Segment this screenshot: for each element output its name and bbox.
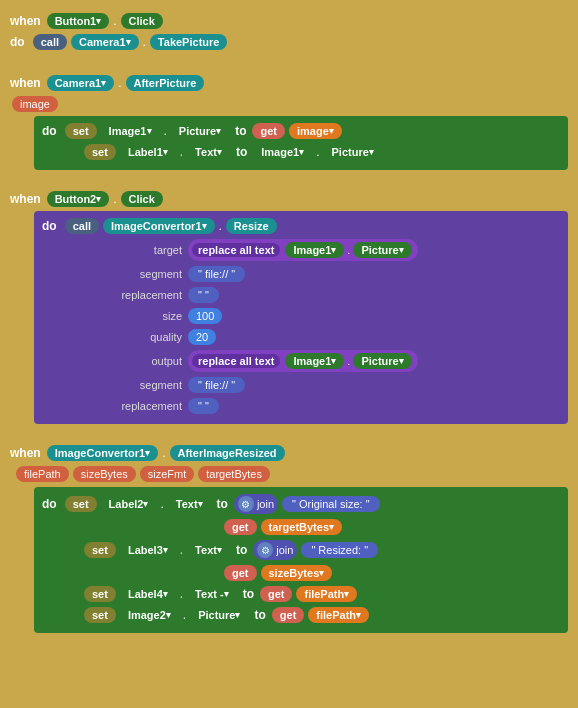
segment-label-2: segment [102, 379, 182, 391]
block3-call-row: do call ImageConvertor1 . Resize [42, 217, 560, 235]
sizebytes-param: sizeBytes [73, 466, 136, 482]
resize-pill[interactable]: Resize [226, 218, 277, 234]
block1-do-row: do call Camera1 . TakePicture [10, 33, 568, 51]
camera1-pill-1[interactable]: Camera1 [71, 34, 138, 50]
call-pill-1: call [33, 34, 67, 50]
gear-icon-1[interactable]: ⚙ [238, 496, 254, 512]
call-pill-3: call [65, 218, 99, 234]
label1-pill[interactable]: Label1 [120, 144, 176, 160]
label2-pill[interactable]: Label2 [101, 496, 157, 512]
block2-do-block: do set Image1 . Picture to get image set… [34, 116, 568, 170]
to-keyword-2a: to [235, 124, 246, 138]
take-picture-pill[interactable]: TakePicture [150, 34, 228, 50]
click-pill-3[interactable]: Click [121, 191, 163, 207]
imageconv-pill-3[interactable]: ImageConvertor1 [103, 218, 214, 234]
block2-event-row: when Camera1 . AfterPicture [10, 74, 568, 92]
output-label: output [102, 355, 182, 367]
picture-output[interactable]: Picture [353, 353, 411, 369]
picture-target[interactable]: Picture [353, 242, 411, 258]
picture2-pill[interactable]: Picture [190, 607, 248, 623]
segment-label-1: segment [102, 268, 182, 280]
block2-set2-row: set Label1 . Text to Image1 . Picture [82, 143, 560, 161]
click-pill-1[interactable]: Click [121, 13, 163, 29]
replace-block-target: replace all text Image1 . Picture [188, 239, 418, 261]
block3-do-block: do call ImageConvertor1 . Resize target … [34, 211, 568, 424]
text1-pill[interactable]: Text [168, 496, 211, 512]
replace-all-text-2: replace all text [192, 354, 280, 368]
replace-str-2: " " [188, 398, 219, 414]
replace-str-1: " " [188, 287, 219, 303]
file-str-1: " file:// " [188, 266, 245, 282]
join2-label: join [276, 544, 293, 556]
block4-params-row: filePath sizeBytes sizeFmt targetBytes [14, 465, 568, 483]
image1b-pill[interactable]: Image1 [253, 144, 312, 160]
block4-group: when ImageConvertor1 . AfterImageResized… [6, 438, 572, 639]
image-val-pill[interactable]: image [289, 123, 342, 139]
to4-keyword: to [254, 608, 265, 622]
size-value: 100 [188, 308, 222, 324]
text-pill-2[interactable]: Text [187, 144, 230, 160]
when-keyword-1: when [10, 14, 41, 28]
set2-pill-2: set [84, 144, 116, 160]
picture-pill-2a[interactable]: Picture [171, 123, 229, 139]
when-keyword-3: when [10, 192, 41, 206]
get-pill-2a: get [252, 123, 285, 139]
label3-pill[interactable]: Label3 [120, 542, 176, 558]
text2-pill[interactable]: Text [187, 542, 230, 558]
when-keyword-4: when [10, 446, 41, 460]
quality-value: 20 [188, 329, 216, 345]
join1-block: ⚙ join [234, 494, 278, 514]
block3-target-row: target replace all text Image1 . Picture [102, 238, 560, 262]
to-keyword-2b: to [236, 145, 247, 159]
get-pill-size: get [224, 565, 257, 581]
image1-output[interactable]: Image1 [285, 353, 344, 369]
camera1-pill-2[interactable]: Camera1 [47, 75, 114, 91]
block3-replacement2-row: replacement " " [102, 397, 560, 415]
image2-pill[interactable]: Image2 [120, 607, 179, 623]
block4-set1-row: do set Label2 . Text to ⚙ join " Origina… [42, 493, 560, 515]
get-pill-fp1: get [260, 586, 293, 602]
replacement-label-1: replacement [102, 289, 182, 301]
block4-set4-row: set Image2 . Picture to get filePath [82, 606, 560, 624]
join1-label: join [257, 498, 274, 510]
filepath-param: filePath [16, 466, 69, 482]
sizebytes-val[interactable]: sizeBytes [261, 565, 333, 581]
image1-pill-2a[interactable]: Image1 [101, 123, 160, 139]
label4-pill[interactable]: Label4 [120, 586, 176, 602]
replacement-label-2: replacement [102, 400, 182, 412]
image1-target[interactable]: Image1 [285, 242, 344, 258]
do-keyword-3: do [42, 219, 57, 233]
set1-pill-2: set [65, 123, 97, 139]
block3-segment1-row: segment " file:// " [102, 265, 560, 283]
after-picture-pill[interactable]: AfterPicture [126, 75, 205, 91]
to2-keyword: to [236, 543, 247, 557]
set2-pill-4: set [84, 542, 116, 558]
pictureb-pill[interactable]: Picture [324, 144, 382, 160]
join2-block: ⚙ join [253, 540, 297, 560]
imageconv-pill-4[interactable]: ImageConvertor1 [47, 445, 158, 461]
filepath2-val[interactable]: filePath [308, 607, 369, 623]
targetbytes-param: targetBytes [198, 466, 270, 482]
after-resized-pill[interactable]: AfterImageResized [170, 445, 285, 461]
block3-replacement1-row: replacement " " [102, 286, 560, 304]
block4-do-block: do set Label2 . Text to ⚙ join " Origina… [34, 487, 568, 633]
replace-block-output: replace all text Image1 . Picture [188, 350, 418, 372]
block3-segment2-row: segment " file:// " [102, 376, 560, 394]
set1-pill-4: set [65, 496, 97, 512]
resized-str: " Resized: " [301, 542, 378, 558]
block3-event-row: when Button2 . Click [10, 190, 568, 208]
block3-output-row: output replace all text Image1 . Picture [102, 349, 560, 373]
gear-icon-2[interactable]: ⚙ [257, 542, 273, 558]
button2-pill[interactable]: Button2 [47, 191, 110, 207]
do-keyword-1: do [10, 35, 25, 49]
block2-group: when Camera1 . AfterPicture image do set… [6, 68, 572, 176]
targetbytes-val[interactable]: targetBytes [261, 519, 343, 535]
button1-pill[interactable]: Button1 [47, 13, 110, 29]
get-pill-target: get [224, 519, 257, 535]
target-label: target [102, 244, 182, 256]
block2-set1-row: do set Image1 . Picture to get image [42, 122, 560, 140]
filepath1-val[interactable]: filePath [296, 586, 357, 602]
set3-pill-4: set [84, 586, 116, 602]
text3-pill[interactable]: Text - [187, 586, 237, 602]
replace-all-text-1: replace all text [192, 243, 280, 257]
